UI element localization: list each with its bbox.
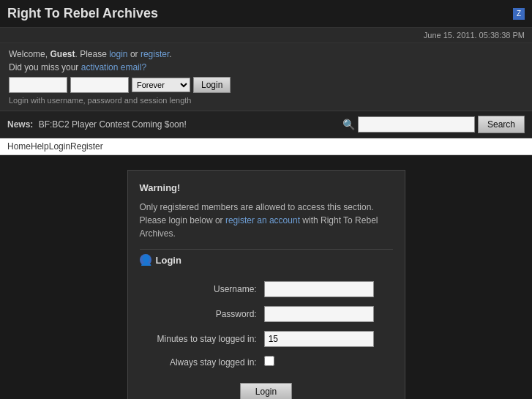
password-label: Password:	[141, 302, 260, 326]
username-row: Username:	[141, 277, 391, 301]
search-icon: 🔍	[342, 119, 355, 130]
login-section-header: 👤 Login	[140, 249, 393, 266]
news-label: News:	[7, 119, 33, 130]
session-select[interactable]: Forever 15 minutes 30 minutes 1 hour 1 d…	[132, 78, 190, 92]
warning-body: Only registered members are allowed to a…	[140, 201, 393, 240]
login-user-icon: 👤	[140, 254, 151, 266]
welcome-label: Welcome,	[9, 49, 50, 59]
date-bar: June 15. 2011. 05:38:38 PM	[0, 28, 532, 43]
top-login-button[interactable]: Login	[193, 77, 231, 93]
always-label: Always stay logged in:	[141, 352, 260, 372]
minutes-input[interactable]: 15	[264, 331, 374, 347]
search-input[interactable]	[358, 116, 475, 133]
welcome-text: Welcome, Guest. Please login or register…	[9, 49, 523, 59]
register-link[interactable]: register	[141, 49, 169, 59]
or-label: or	[128, 49, 141, 59]
header-icon: Z	[513, 8, 525, 20]
news-content: News: BF:BC2 Player Contest Coming $oon!	[7, 119, 187, 130]
login-submit-button[interactable]: Login	[240, 383, 292, 399]
guest-label: Guest	[50, 49, 75, 59]
always-row: Always stay logged in:	[141, 352, 391, 372]
nav-help[interactable]: Help	[31, 141, 49, 152]
username-field[interactable]	[264, 281, 374, 297]
minutes-label: Minutes to stay logged in:	[141, 327, 260, 351]
login-hint: Login with username, password and sessio…	[9, 96, 523, 105]
main-content: Warning! Only registered members are all…	[0, 155, 532, 399]
login-link[interactable]: login	[109, 49, 127, 59]
login-section-title-text: Login	[156, 255, 181, 266]
news-text: BF:BC2 Player Contest Coming $oon!	[39, 119, 187, 130]
search-button[interactable]: Search	[478, 116, 525, 133]
warning-line2: Please login below or	[140, 215, 225, 225]
always-logged-in-checkbox[interactable]	[264, 356, 274, 366]
header-bar: Right To Rebel Archives Z	[0, 0, 532, 28]
news-bar: News: BF:BC2 Player Contest Coming $oon!…	[0, 111, 532, 138]
navbar: HomeHelpLoginRegister	[0, 138, 532, 155]
top-username-input[interactable]	[9, 77, 67, 93]
please-label: . Please	[75, 49, 109, 59]
register-account-link[interactable]: register an account	[225, 215, 300, 225]
warning-title: Warning!	[140, 182, 393, 193]
activation-link[interactable]: activation email?	[81, 62, 146, 72]
minutes-row: Minutes to stay logged in: 15	[141, 327, 391, 351]
welcome-bar: Welcome, Guest. Please login or register…	[0, 43, 532, 111]
period: .	[169, 49, 171, 59]
warning-line1: Only registered members are allowed to a…	[140, 202, 374, 212]
top-password-input[interactable]	[70, 77, 129, 93]
search-area: 🔍 Search	[342, 116, 525, 133]
top-login-form: Forever 15 minutes 30 minutes 1 hour 1 d…	[9, 77, 523, 93]
submit-row: Login	[141, 373, 391, 399]
miss-text: Did you miss your	[9, 62, 81, 72]
nav-login[interactable]: Login	[49, 141, 70, 152]
nav-register[interactable]: Register	[70, 141, 103, 152]
date-text: June 15. 2011. 05:38:38 PM	[424, 31, 525, 40]
username-label: Username:	[141, 277, 260, 301]
login-box: Warning! Only registered members are all…	[127, 170, 405, 399]
nav-home[interactable]: Home	[7, 141, 31, 152]
login-submit-row: Login	[144, 377, 389, 399]
login-form: Username: Password: Minutes to stay logg…	[140, 276, 393, 399]
password-field[interactable]	[264, 306, 374, 322]
password-row: Password:	[141, 302, 391, 326]
site-title: Right To Rebel Archives	[7, 6, 158, 21]
